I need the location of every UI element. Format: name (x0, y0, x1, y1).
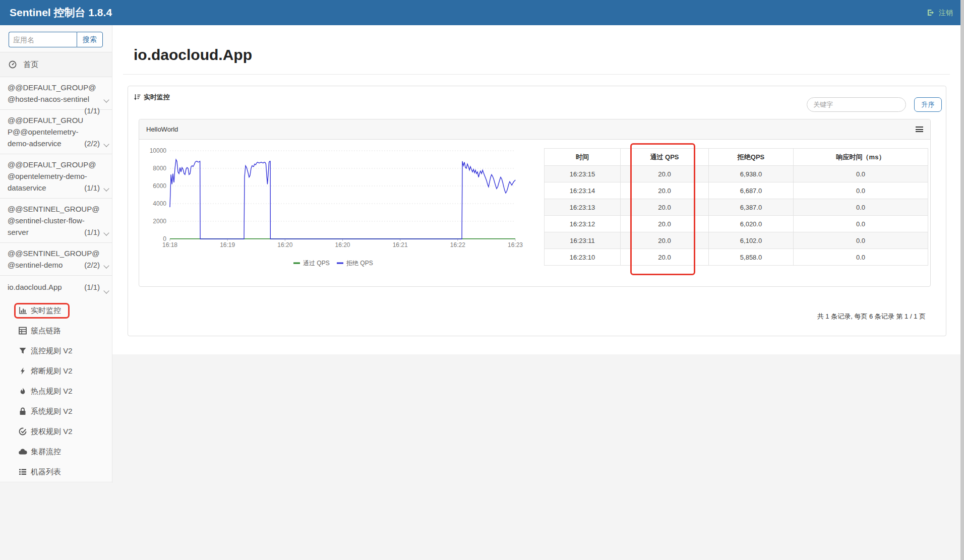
menu-icon[interactable] (916, 127, 923, 134)
sidebar-item-fire[interactable]: 热点规则 V2 (0, 381, 112, 401)
table-row: 16:23:1020.05,858.00.0 (545, 249, 928, 266)
table-header-1: 通过 QPS (621, 149, 709, 166)
sidebar-item-bolt[interactable]: 熔断规则 V2 (0, 361, 112, 381)
sidebar-app-io.daocloud.App[interactable]: io.daocloud.App (1/1) (0, 276, 112, 300)
qps-table: 时间通过 QPS拒绝QPS响应时间（ms） 16:23:1520.06,938.… (544, 148, 928, 266)
svg-text:16:20: 16:20 (335, 241, 350, 248)
table-cell: 6,387.0 (709, 199, 794, 216)
sort-amount-icon (134, 94, 141, 101)
app-list: @@DEFAULT_GROUP@@hosted-nacos-sentinel (… (0, 77, 112, 482)
table-cell: 0.0 (794, 216, 928, 232)
table-cell: 16:23:15 (545, 166, 621, 182)
app-name: @@DEFAULT_GROUP@@opentelemetry-demo-adse… (8, 116, 83, 148)
sidebar-item-table[interactable]: 簇点链路 (0, 321, 112, 341)
sidebar-app-@@SENTINEL_GROUP@@sentinel-cluster-flow-server[interactable]: @@SENTINEL_GROUP@@sentinel-cluster-flow-… (0, 199, 112, 243)
app-name: io.daocloud.App (8, 283, 62, 291)
sidebar-item-lock[interactable]: 系统规则 V2 (0, 401, 112, 421)
chevron-down-icon (103, 288, 109, 293)
table-cell: 0.0 (794, 249, 928, 266)
svg-text:2000: 2000 (153, 218, 166, 225)
table-cell: 0.0 (794, 166, 928, 182)
svg-text:10000: 10000 (150, 147, 167, 154)
table-icon (19, 327, 27, 335)
gauge-icon (9, 60, 17, 69)
chevron-down-icon (103, 97, 109, 102)
svg-text:6000: 6000 (153, 182, 166, 190)
table-cell: 20.0 (621, 166, 709, 182)
app-machine-count: (1/1) (84, 281, 100, 293)
panel-title: 实时监控 (144, 93, 170, 102)
table-row: 16:23:1220.06,020.00.0 (545, 216, 928, 232)
chevron-down-icon (103, 263, 109, 268)
sidebar-item-cloud[interactable]: 集群流控 (0, 442, 112, 462)
chevron-down-icon (103, 141, 109, 147)
app-machine-count: (2/2) (84, 138, 100, 149)
table-cell: 20.0 (621, 232, 709, 249)
sidebar-app-@@DEFAULT_GROUP@@hosted-nacos-sentinel[interactable]: @@DEFAULT_GROUP@@hosted-nacos-sentinel (… (0, 77, 112, 110)
svg-text:16:18: 16:18 (162, 241, 177, 248)
sort-ascending-button[interactable]: 升序 (914, 97, 942, 112)
table-row: 16:23:1420.06,687.00.0 (545, 182, 928, 199)
machine-name: HelloWorld (146, 119, 178, 140)
sidebar-item-home[interactable]: 首页 (0, 52, 112, 77)
table-cell: 0.0 (794, 232, 928, 249)
svg-text:16:21: 16:21 (393, 241, 408, 248)
logout-button[interactable]: 注销 (927, 0, 953, 25)
sidebar-home-label: 首页 (23, 60, 38, 69)
page-title: io.daocloud.App (134, 46, 252, 64)
lock-icon (19, 407, 27, 415)
table-cell: 16:23:10 (545, 249, 621, 266)
sidebar-item-bar-chart[interactable]: 实时监控 (0, 300, 112, 321)
pagination-info: 共 1 条记录, 每页 6 条记录 第 1 / 1 页 (817, 312, 926, 321)
sidebar: 搜索 首页 @@DEFAULT_GROUP@@hosted-nacos-sent… (0, 25, 112, 483)
svg-text:16:19: 16:19 (220, 241, 235, 248)
check-circle-icon (19, 427, 27, 435)
app-machine-count: (1/1) (84, 182, 100, 194)
svg-text:通过 QPS: 通过 QPS (303, 260, 330, 267)
sidebar-item-list[interactable]: 机器列表 (0, 462, 112, 482)
table-cell: 16:23:13 (545, 199, 621, 216)
svg-text:16:20: 16:20 (277, 241, 292, 248)
bar-chart-icon (19, 306, 27, 315)
table-header-0: 时间 (545, 149, 621, 166)
table-cell: 5,858.0 (709, 249, 794, 266)
bolt-icon (19, 367, 27, 375)
app-search-button[interactable]: 搜索 (77, 32, 103, 47)
list-icon (19, 468, 27, 476)
table-cell: 6,102.0 (709, 232, 794, 249)
svg-text:8000: 8000 (153, 165, 166, 172)
sidebar-item-check-circle[interactable]: 授权规则 V2 (0, 421, 112, 442)
app-search-input[interactable] (9, 32, 77, 47)
table-cell: 20.0 (621, 249, 709, 266)
table-cell: 20.0 (621, 182, 709, 199)
table-row: 16:23:1320.06,387.00.0 (545, 199, 928, 216)
sign-out-icon (927, 9, 935, 16)
cloud-icon (19, 448, 27, 456)
page-scrollbar[interactable] (960, 0, 964, 560)
sidebar-app-@@SENTINEL_GROUP@@sentinel-demo[interactable]: @@SENTINEL_GROUP@@sentinel-demo (2/2) (0, 243, 112, 276)
chevron-down-icon (103, 230, 109, 235)
app-header: Sentinel 控制台 1.8.4 注销 (0, 0, 964, 25)
sidebar-item-filter[interactable]: 流控规则 V2 (0, 341, 112, 361)
chevron-down-icon (103, 185, 109, 191)
fire-icon (19, 387, 27, 395)
app-search-group: 搜索 (9, 32, 103, 47)
table-cell: 16:23:11 (545, 232, 621, 249)
table-cell: 6,020.0 (709, 216, 794, 232)
table-cell: 0.0 (794, 182, 928, 199)
app-name: @@DEFAULT_GROUP@@opentelemetry-demo-data… (8, 160, 96, 192)
keyword-input[interactable] (807, 97, 906, 112)
table-cell: 6,938.0 (709, 166, 794, 182)
table-cell: 6,687.0 (709, 182, 794, 199)
table-cell: 20.0 (621, 216, 709, 232)
sidebar-app-@@DEFAULT_GROUP@@opentelemetry-demo-dataservice[interactable]: @@DEFAULT_GROUP@@opentelemetry-demo-data… (0, 154, 112, 199)
table-cell: 20.0 (621, 199, 709, 216)
table-cell: 16:23:12 (545, 216, 621, 232)
app-title: Sentinel 控制台 1.8.4 (10, 0, 112, 25)
svg-text:拒绝 QPS: 拒绝 QPS (346, 260, 373, 267)
realtime-monitor-panel: 实时监控 升序 HelloWorld 020004000600080001000… (128, 86, 946, 336)
app-submenu: 实时监控簇点链路流控规则 V2熔断规则 V2热点规则 V2系统规则 V2授权规则… (0, 300, 112, 482)
table-row: 16:23:1120.06,102.00.0 (545, 232, 928, 249)
sidebar-app-@@DEFAULT_GROUP@@opentelemetry-demo-adservice[interactable]: @@DEFAULT_GROUP@@opentelemetry-demo-adse… (0, 110, 112, 154)
svg-text:4000: 4000 (153, 200, 166, 207)
